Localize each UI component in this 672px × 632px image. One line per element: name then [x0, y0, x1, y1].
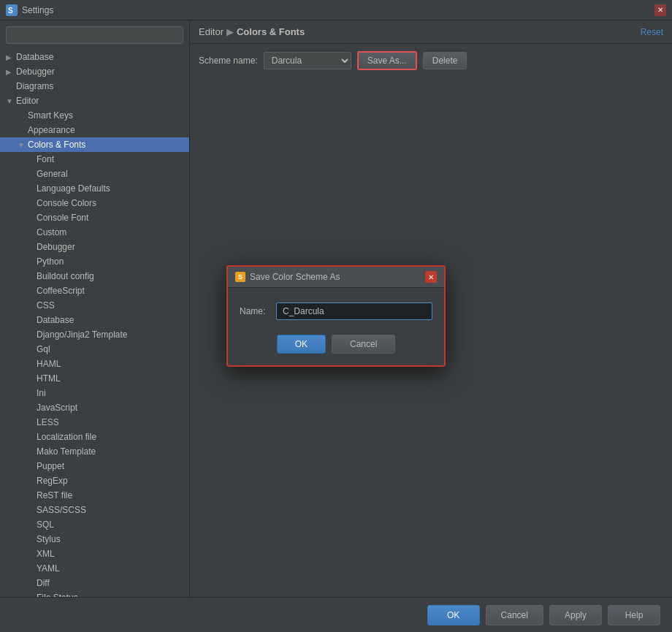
modal-buttons: OK Cancel [240, 335, 432, 354]
modal-title-bar: S Save Color Scheme As ✕ [228, 267, 444, 288]
modal-close-button[interactable]: ✕ [425, 271, 437, 283]
modal-cancel-button[interactable]: Cancel [332, 335, 395, 354]
modal-name-input[interactable] [276, 302, 432, 320]
modal-title-content: S Save Color Scheme As [235, 272, 340, 282]
modal-icon: S [235, 272, 245, 282]
modal-overlay: S Save Color Scheme As ✕ Name: OK Cancel [0, 0, 672, 632]
save-color-scheme-modal: S Save Color Scheme As ✕ Name: OK Cancel [226, 265, 446, 367]
modal-name-label: Name: [240, 306, 269, 316]
modal-title: Save Color Scheme As [250, 272, 340, 282]
modal-ok-button[interactable]: OK [277, 335, 326, 354]
modal-body: Name: OK Cancel [228, 288, 444, 365]
modal-name-field: Name: [240, 302, 432, 320]
